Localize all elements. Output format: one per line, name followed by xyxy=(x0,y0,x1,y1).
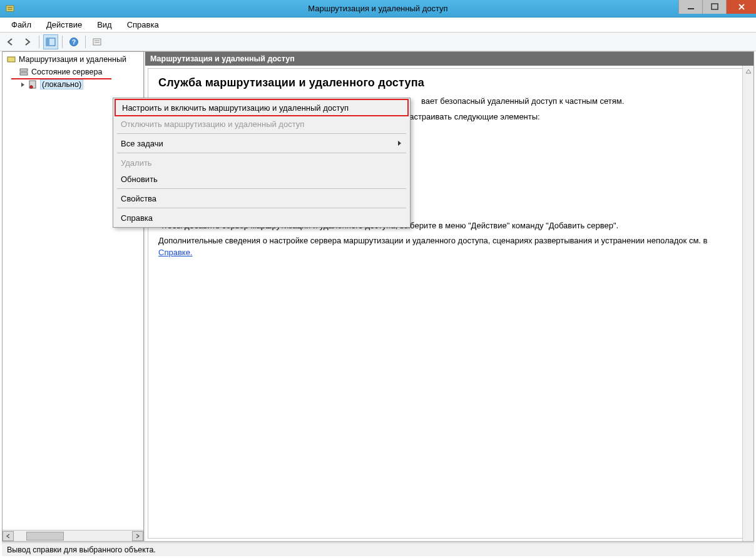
content-title: Служба маршрутизации и удаленного доступ… xyxy=(158,76,740,89)
cm-separator xyxy=(117,153,406,153)
svg-text:?: ? xyxy=(72,39,76,46)
svg-rect-1 xyxy=(8,7,13,8)
menu-action[interactable]: Действие xyxy=(39,18,89,32)
menu-help[interactable]: Справка xyxy=(120,18,166,32)
content-help-text: Дополнительные сведения о настройке серв… xyxy=(158,236,707,245)
content-vertical-scrollbar[interactable] xyxy=(742,66,753,541)
menu-view[interactable]: Вид xyxy=(89,18,120,32)
svg-rect-3 xyxy=(688,8,694,9)
help-link[interactable]: Справке. xyxy=(158,248,192,257)
cm-separator xyxy=(117,188,406,189)
annotation-underline xyxy=(11,78,111,79)
context-menu: Настроить и включить маршрутизацию и уда… xyxy=(113,98,411,228)
toolbar: ? xyxy=(0,33,756,51)
scroll-left-button[interactable] xyxy=(3,531,14,541)
svg-rect-4 xyxy=(712,4,718,9)
svg-rect-14 xyxy=(20,73,28,75)
properties-button[interactable] xyxy=(89,34,105,49)
cm-delete: Удалить xyxy=(115,155,409,171)
toolbar-separator xyxy=(39,36,39,48)
show-hide-tree-button[interactable] xyxy=(43,34,58,49)
scroll-thumb[interactable] xyxy=(26,532,64,540)
menu-file[interactable]: Файл xyxy=(4,18,39,32)
svg-rect-6 xyxy=(46,38,49,46)
tree-server-state-label: Состояние сервера xyxy=(31,68,102,76)
expander-icon[interactable] xyxy=(19,81,26,88)
server-state-icon xyxy=(19,67,29,77)
app-icon xyxy=(4,3,16,15)
cm-separator xyxy=(117,133,406,134)
svg-point-16 xyxy=(30,86,33,88)
tree-horizontal-scrollbar[interactable] xyxy=(3,530,143,541)
cm-disable: Отключить маршрутизацию и удаленный дост… xyxy=(115,116,409,132)
svg-rect-9 xyxy=(93,39,101,45)
svg-rect-13 xyxy=(20,69,28,71)
svg-rect-12 xyxy=(8,57,15,62)
content-header: Маршрутизация и удаленный доступ xyxy=(145,52,753,66)
help-button[interactable]: ? xyxy=(66,34,81,49)
cm-properties[interactable]: Свойства xyxy=(115,190,409,206)
scroll-right-button[interactable] xyxy=(132,531,143,541)
minimize-button[interactable] xyxy=(678,0,702,14)
cm-all-tasks-label: Все задачи xyxy=(121,139,163,148)
cm-separator xyxy=(117,208,406,208)
cm-refresh[interactable]: Обновить xyxy=(115,171,409,187)
submenu-arrow-icon xyxy=(397,139,402,148)
forward-button[interactable] xyxy=(20,34,35,49)
close-button[interactable] xyxy=(726,0,756,14)
back-button[interactable] xyxy=(4,34,19,49)
tree-local-server[interactable]: (локально) xyxy=(4,78,143,91)
toolbar-separator xyxy=(62,36,63,48)
svg-rect-0 xyxy=(6,6,14,11)
tree-root-label: Маршрутизация и удаленный xyxy=(19,55,126,64)
toolbar-separator xyxy=(85,36,86,48)
menu-bar: Файл Действие Вид Справка xyxy=(0,18,756,33)
tree-root[interactable]: Маршрутизация и удаленный xyxy=(4,53,143,66)
scroll-track[interactable] xyxy=(14,531,132,541)
routing-root-icon xyxy=(6,54,16,64)
server-icon xyxy=(28,79,38,89)
window-title: Маршрутизация и удаленный доступ xyxy=(0,4,756,13)
cm-configure-enable[interactable]: Настроить и включить маршрутизацию и уда… xyxy=(115,99,409,116)
svg-rect-2 xyxy=(8,9,13,10)
title-bar: Маршрутизация и удаленный доступ xyxy=(0,0,756,18)
status-bar: Вывод справки для выбранного объекта. xyxy=(2,542,754,556)
content-help-paragraph: Дополнительные сведения о настройке серв… xyxy=(158,235,734,259)
cm-help[interactable]: Справка xyxy=(115,210,409,226)
cm-all-tasks[interactable]: Все задачи xyxy=(115,135,409,151)
tree-server-state[interactable]: Состояние сервера xyxy=(4,66,143,78)
status-text: Вывод справки для выбранного объекта. xyxy=(7,545,156,554)
scroll-up-button[interactable] xyxy=(743,66,753,77)
maximize-button[interactable] xyxy=(702,0,726,14)
tree-local-label: (локально) xyxy=(40,79,83,89)
